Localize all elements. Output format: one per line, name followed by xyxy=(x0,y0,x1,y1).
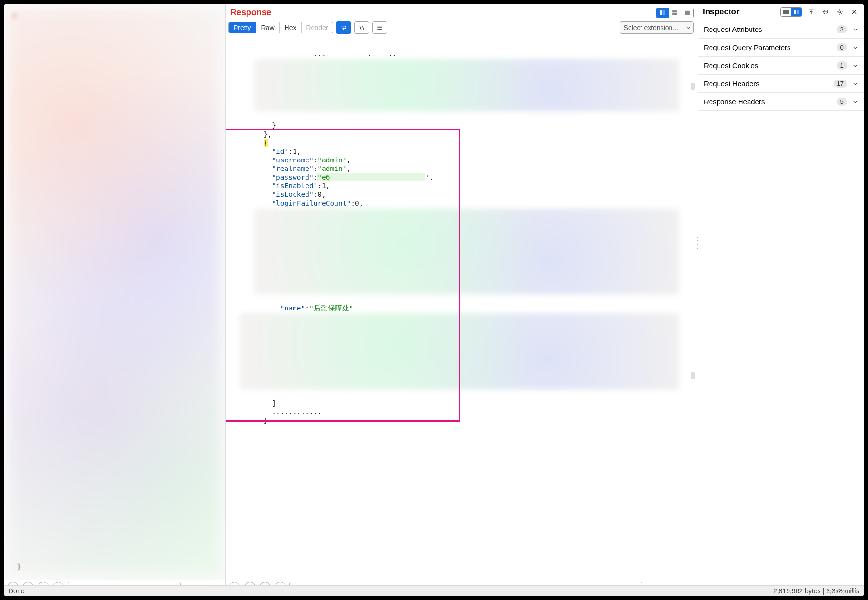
newline-icon[interactable] xyxy=(354,21,369,34)
extension-select[interactable]: Select extension... xyxy=(620,21,694,34)
resize-handle[interactable] xyxy=(696,237,698,249)
close-icon[interactable] xyxy=(849,7,859,17)
svg-rect-6 xyxy=(672,13,677,15)
response-code-text: ... . .. } }, { "id":1, "username":"admi… xyxy=(226,37,698,580)
layout-segment xyxy=(656,8,694,18)
inspector-layout-a[interactable] xyxy=(781,8,791,16)
chevron-down-icon xyxy=(852,44,858,51)
status-bar: Done 2,819,962 bytes | 3,378 millis xyxy=(4,585,864,596)
code-blur-3 xyxy=(240,313,679,390)
response-header: Response xyxy=(226,4,698,20)
hamburger-icon[interactable] xyxy=(372,21,387,34)
request-panel: R } 0 matches xyxy=(4,4,226,596)
inspector-header: Inspector xyxy=(698,4,864,20)
code-blur-2 xyxy=(254,209,679,294)
inspector-title: Inspector xyxy=(703,7,740,17)
count-badge: 0 xyxy=(837,43,847,51)
tab-raw[interactable]: Raw xyxy=(256,22,280,33)
svg-rect-14 xyxy=(783,10,789,14)
layout-split-icon[interactable] xyxy=(656,8,669,18)
svg-rect-7 xyxy=(685,10,690,14)
highlight-brace: { xyxy=(264,139,268,147)
app-frame: R } 0 matches Response xyxy=(4,4,864,596)
inspector-panel: Inspector Re xyxy=(698,4,864,596)
response-tab-row: Pretty Raw Hex Render Select extension..… xyxy=(226,20,698,37)
collapse-up-icon[interactable] xyxy=(806,7,817,17)
svg-point-17 xyxy=(839,11,841,13)
status-done: Done xyxy=(9,587,24,595)
settings-gear-icon[interactable] xyxy=(835,7,845,17)
split-icon[interactable] xyxy=(820,7,831,17)
svg-rect-4 xyxy=(663,10,665,15)
inspector-layout-segment xyxy=(780,7,802,17)
chevron-down-icon xyxy=(852,99,858,105)
tab-hex[interactable]: Hex xyxy=(280,22,302,33)
accordion-request-attributes[interactable]: Request Attributes 2 xyxy=(698,20,864,39)
count-badge: 2 xyxy=(837,25,847,33)
svg-rect-15 xyxy=(794,10,796,14)
chevron-down-icon xyxy=(852,26,858,33)
minimap[interactable] xyxy=(691,83,695,551)
count-badge: 17 xyxy=(834,80,847,88)
accordion-request-query-params[interactable]: Request Query Parameters 0 xyxy=(698,39,864,57)
response-panel: Response Pretty Raw Hex Render xyxy=(226,4,698,596)
request-body-blurred xyxy=(9,9,220,575)
svg-rect-3 xyxy=(660,10,662,15)
accordion-request-headers[interactable]: Request Headers 17 xyxy=(698,75,864,93)
inspector-layout-b[interactable] xyxy=(791,8,802,16)
code-blur-1 xyxy=(254,59,679,111)
svg-rect-5 xyxy=(672,10,677,12)
format-tabs: Pretty Raw Hex Render xyxy=(228,22,333,33)
response-code[interactable]: ... . .. } }, { "id":1, "username":"admi… xyxy=(226,37,698,580)
extension-select-label: Select extension... xyxy=(620,22,682,33)
response-title: Response xyxy=(229,6,271,20)
chevron-down-icon xyxy=(682,22,693,33)
svg-rect-16 xyxy=(797,10,799,14)
wrap-toggle-icon[interactable] xyxy=(336,21,351,34)
watermark: CSDN @j.c.b xyxy=(827,589,858,594)
count-badge: 5 xyxy=(837,98,847,106)
accordion-response-headers[interactable]: Response Headers 5 xyxy=(698,93,864,111)
request-close-brace: } xyxy=(17,563,21,570)
tab-pretty[interactable]: Pretty xyxy=(229,22,256,33)
chevron-down-icon xyxy=(852,80,858,87)
count-badge: 1 xyxy=(837,61,847,70)
layout-full-icon[interactable] xyxy=(681,8,693,18)
tab-render[interactable]: Render xyxy=(302,22,333,33)
chevron-down-icon xyxy=(852,62,858,69)
layout-stack-icon[interactable] xyxy=(669,8,681,18)
accordion-request-cookies[interactable]: Request Cookies 1 xyxy=(698,57,864,75)
